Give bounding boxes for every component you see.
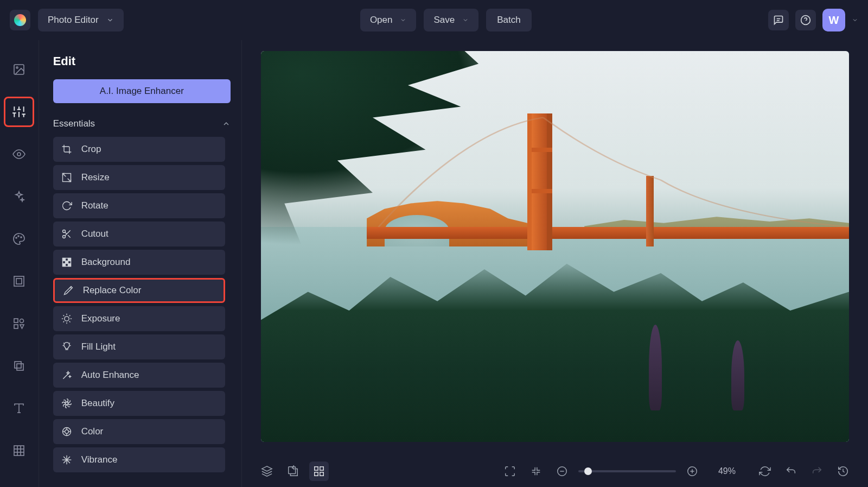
adjust-tab[interactable] xyxy=(4,97,34,127)
history-button[interactable] xyxy=(833,461,853,481)
chevron-up-icon xyxy=(222,119,231,128)
view-tab[interactable] xyxy=(4,139,34,169)
sliders-icon xyxy=(12,105,26,119)
svg-rect-25 xyxy=(15,362,21,368)
sparkles-icon xyxy=(12,190,25,203)
svg-point-17 xyxy=(18,236,19,237)
main-area: Edit A.I. Image Enhancer Essentials Crop… xyxy=(0,40,868,487)
svg-line-56 xyxy=(69,315,70,317)
overlay-icon xyxy=(12,359,25,372)
essentials-header[interactable]: Essentials xyxy=(53,118,231,129)
tool-cutout[interactable]: Cutout xyxy=(53,222,225,246)
essentials-title: Essentials xyxy=(53,118,95,129)
layers-button[interactable] xyxy=(257,461,277,481)
svg-line-41 xyxy=(65,232,66,234)
save-dropdown[interactable]: Save xyxy=(424,9,478,31)
resize-icon xyxy=(61,172,73,183)
account-dropdown-icon[interactable] xyxy=(852,17,858,23)
text-icon xyxy=(12,402,25,415)
tool-label: Replace Color xyxy=(83,285,142,296)
app-logo[interactable] xyxy=(10,10,30,30)
vibrance-icon xyxy=(61,454,73,465)
zoom-slider-thumb[interactable] xyxy=(584,467,592,475)
exposure-icon xyxy=(61,313,73,324)
svg-point-37 xyxy=(62,230,65,233)
tool-label: Cutout xyxy=(81,229,108,239)
svg-rect-46 xyxy=(62,264,65,267)
image-canvas[interactable] xyxy=(261,51,849,442)
frame-tab[interactable] xyxy=(4,266,34,296)
svg-point-18 xyxy=(21,237,22,238)
panel-title: Edit xyxy=(53,54,231,68)
shapes-icon xyxy=(12,317,25,330)
comment-icon xyxy=(773,15,784,26)
tool-label: Background xyxy=(81,257,131,268)
text-tab[interactable] xyxy=(4,393,34,423)
grid-view-button[interactable] xyxy=(309,461,329,481)
chevron-down-icon xyxy=(462,17,469,23)
svg-rect-23 xyxy=(14,325,18,328)
tool-resize[interactable]: Resize xyxy=(53,165,225,190)
overlay-tab[interactable] xyxy=(4,351,34,381)
canvas-viewport[interactable] xyxy=(242,40,868,456)
open-dropdown[interactable]: Open xyxy=(360,9,417,31)
tool-rotate[interactable]: Rotate xyxy=(53,193,225,218)
cutout-icon xyxy=(61,229,73,239)
zoom-slider[interactable] xyxy=(578,470,676,472)
svg-rect-77 xyxy=(315,472,318,476)
wand-icon xyxy=(61,370,73,381)
batch-button[interactable]: Batch xyxy=(486,9,531,31)
tool-replace-color[interactable]: Replace Color xyxy=(53,278,225,303)
svg-point-38 xyxy=(62,236,65,238)
bottom-toolbar: 49% xyxy=(242,456,868,487)
redo-button[interactable] xyxy=(807,461,827,481)
help-button[interactable] xyxy=(795,10,816,30)
eyedropper-icon xyxy=(62,285,74,296)
ai-enhancer-button[interactable]: A.I. Image Enhancer xyxy=(53,79,231,103)
tool-background[interactable]: Background xyxy=(53,250,225,275)
tool-label: Vibrance xyxy=(81,454,118,465)
rotate-icon xyxy=(61,200,73,211)
bulb-icon xyxy=(61,341,73,352)
zoom-percentage: 49% xyxy=(718,466,736,476)
tool-auto-enhance[interactable]: Auto Enhance xyxy=(53,363,225,388)
svg-rect-78 xyxy=(320,472,323,476)
ai-enhancer-label: A.I. Image Enhancer xyxy=(100,86,184,97)
app-header: Photo Editor Open Save Batch W xyxy=(0,0,868,40)
flower-icon xyxy=(61,398,73,409)
art-tab[interactable] xyxy=(4,224,34,254)
undo-button[interactable] xyxy=(781,461,801,481)
user-avatar[interactable]: W xyxy=(822,9,845,31)
svg-rect-76 xyxy=(320,467,323,470)
chevron-down-icon xyxy=(106,16,114,24)
svg-rect-47 xyxy=(68,264,71,267)
tool-beautify[interactable]: Beautify xyxy=(53,391,225,416)
effects-tab[interactable] xyxy=(4,181,34,212)
compare-button[interactable] xyxy=(755,461,775,481)
export-button[interactable] xyxy=(283,461,303,481)
tool-vibrance[interactable]: Vibrance xyxy=(53,447,225,472)
zoom-in-icon xyxy=(686,465,698,477)
svg-rect-19 xyxy=(14,276,24,286)
tool-label: Exposure xyxy=(81,313,120,324)
export-icon xyxy=(287,465,299,477)
tool-color[interactable]: Color xyxy=(53,419,225,444)
texture-tab[interactable] xyxy=(4,435,34,466)
fit-screen-button[interactable] xyxy=(526,461,546,481)
mode-dropdown[interactable]: Photo Editor xyxy=(38,9,124,31)
svg-point-48 xyxy=(64,317,68,321)
tool-fill-light[interactable]: Fill Light xyxy=(53,334,225,359)
svg-point-22 xyxy=(20,319,24,323)
image-tab[interactable] xyxy=(4,54,34,85)
tool-crop[interactable]: Crop xyxy=(53,137,225,162)
elements-tab[interactable] xyxy=(4,308,34,339)
fullscreen-button[interactable] xyxy=(500,461,520,481)
zoom-in-button[interactable] xyxy=(682,461,702,481)
avatar-letter: W xyxy=(829,14,839,27)
tool-label: Beautify xyxy=(81,398,114,409)
svg-line-40 xyxy=(68,235,71,238)
svg-rect-43 xyxy=(62,258,65,261)
tool-exposure[interactable]: Exposure xyxy=(53,306,225,331)
comments-button[interactable] xyxy=(768,10,789,30)
zoom-out-button[interactable] xyxy=(552,461,572,481)
